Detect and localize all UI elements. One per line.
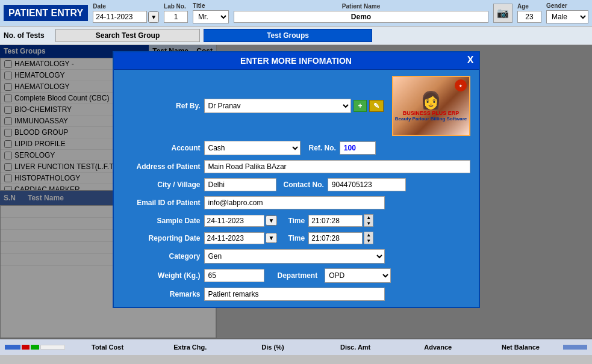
- disc-amt-label: Disc. Amt: [316, 344, 396, 351]
- app-title: PATIENT ENTRY: [4, 5, 88, 21]
- patient-name-field: Patient Name: [234, 3, 488, 23]
- account-label: Account: [122, 144, 201, 152]
- remarks-row: Remarks: [122, 288, 470, 301]
- date-dropdown-btn[interactable]: ▼: [148, 11, 159, 23]
- red-bar: [22, 345, 30, 350]
- ref-by-add-btn[interactable]: +: [354, 100, 366, 112]
- sample-date-row: Sample Date ▼ Time ▲ ▼: [122, 214, 470, 227]
- ref-by-select[interactable]: Dr Pranav: [204, 99, 352, 113]
- camera-btn[interactable]: 📷: [493, 4, 513, 23]
- blue-bar: [5, 345, 20, 350]
- email-row: Email ID of Patient: [122, 196, 470, 209]
- department-label: Department: [278, 271, 318, 280]
- reporting-time-field: ▲ ▼: [308, 232, 373, 244]
- refno-input[interactable]: [340, 141, 376, 155]
- bottom-bar: Total Cost Extra Chg. Dis (%) Disc. Amt …: [0, 338, 592, 355]
- address-row: Address of Patient: [122, 160, 470, 173]
- title-select[interactable]: Mr.Mrs.Ms.Dr.: [193, 10, 229, 23]
- modal-overlay: ENTER MORE INFOMATION X Ref By. Dr Prana…: [0, 45, 592, 338]
- sample-time-up-btn[interactable]: ▲: [364, 215, 373, 221]
- sample-time-spinner: ▲ ▼: [364, 214, 373, 227]
- sample-date-dropdown-btn[interactable]: ▼: [266, 215, 278, 226]
- category-row: Category GenOPDIPD: [122, 249, 470, 264]
- remarks-label: Remarks: [122, 290, 201, 298]
- modal-dialog: ENTER MORE INFOMATION X Ref By. Dr Prana…: [113, 51, 480, 308]
- category-label: Category: [122, 252, 201, 261]
- modal-close-btn[interactable]: X: [467, 55, 474, 66]
- weight-label: Weight (Kg.): [122, 271, 201, 280]
- reporting-time-spinner: ▲ ▼: [364, 232, 373, 244]
- age-label: Age: [517, 3, 541, 10]
- reporting-time-down-btn[interactable]: ▼: [364, 238, 373, 244]
- modal-body: Ref By. Dr Pranav + ✎ ★ 👩 BUSINESS PLUS …: [114, 70, 479, 307]
- ad-subtitle: Beauty Parlour Billing Software: [395, 116, 467, 122]
- age-input[interactable]: [517, 11, 541, 23]
- department-select[interactable]: OPDIPD: [325, 268, 391, 283]
- green-bar: [31, 345, 39, 350]
- white-bar: [40, 345, 65, 350]
- labno-field: Lab No.: [164, 3, 188, 23]
- color-bars: [5, 345, 65, 350]
- contact-input[interactable]: [328, 178, 406, 191]
- search-test-group-btn[interactable]: Search Test Group: [55, 29, 200, 42]
- sample-time-down-btn[interactable]: ▼: [364, 221, 373, 227]
- reporting-time-up-btn[interactable]: ▲: [364, 232, 373, 238]
- remarks-input[interactable]: [204, 288, 385, 301]
- tests-label: No. of Tests: [4, 31, 52, 40]
- reporting-date-input[interactable]: [204, 232, 264, 244]
- ref-by-label: Ref By.: [122, 102, 201, 110]
- account-select[interactable]: CashCredit: [204, 141, 301, 155]
- ref-by-field: Dr Pranav + ✎: [204, 99, 384, 113]
- labno-input[interactable]: [164, 11, 188, 23]
- ref-by-edit-btn[interactable]: ✎: [369, 100, 384, 112]
- main-area: Test Groups Test Name Cost HAEMATOLOGY -…: [0, 45, 592, 338]
- date-field: Date ▼: [93, 3, 159, 23]
- account-row: Account CashCredit Ref. No.: [122, 141, 470, 155]
- reporting-date-dropdown-btn[interactable]: ▼: [266, 233, 278, 243]
- test-groups-btn[interactable]: Test Groups: [204, 29, 372, 42]
- city-label: City / Village: [122, 180, 201, 189]
- dis-pct-label: Dis (%): [232, 344, 313, 351]
- city-input[interactable]: [204, 178, 276, 191]
- end-bar: [563, 345, 587, 350]
- patient-name-input[interactable]: [234, 11, 488, 23]
- ad-title: BUSINESS PLUS ERP: [403, 110, 460, 116]
- sample-date-field: ▼: [204, 215, 278, 227]
- sample-date-label: Sample Date: [122, 217, 201, 225]
- sample-time-field: ▲ ▼: [308, 214, 373, 227]
- city-row: City / Village Contact No.: [122, 178, 470, 191]
- contact-label: Contact No.: [284, 180, 324, 189]
- ref-by-row: Ref By. Dr Pranav + ✎ ★ 👩 BUSINESS PLUS …: [122, 76, 470, 136]
- email-input[interactable]: [204, 196, 385, 209]
- refno-label: Ref. No.: [309, 144, 336, 152]
- reporting-date-row: Reporting Date ▼ Time ▲ ▼: [122, 232, 470, 244]
- header-bar: PATIENT ENTRY Date ▼ Lab No. Title Mr.Mr…: [0, 0, 592, 26]
- date-label: Date: [93, 3, 159, 10]
- email-label: Email ID of Patient: [122, 199, 201, 207]
- reporting-time-input[interactable]: [308, 232, 363, 244]
- modal-title: ENTER MORE INFOMATION: [114, 52, 479, 70]
- reporting-time-label: Time: [288, 234, 305, 242]
- weight-input[interactable]: [204, 269, 264, 282]
- extra-chg-label: Extra Chg.: [150, 344, 230, 351]
- labno-label: Lab No.: [164, 3, 188, 10]
- gender-field: Gender MaleFemaleOther: [546, 2, 588, 23]
- title-field: Title Mr.Mrs.Ms.Dr.: [193, 2, 229, 23]
- net-balance-label: Net Balance: [481, 344, 561, 351]
- gender-label: Gender: [546, 2, 588, 9]
- sample-time-input[interactable]: [308, 215, 363, 227]
- ad-logo: ★: [455, 79, 467, 91]
- address-input[interactable]: [204, 160, 470, 173]
- patient-name-label: Patient Name: [234, 3, 488, 10]
- reporting-date-field: ▼: [204, 232, 278, 244]
- tests-row: No. of Tests Search Test Group Test Grou…: [0, 26, 592, 45]
- gender-select[interactable]: MaleFemaleOther: [546, 10, 588, 23]
- category-select[interactable]: GenOPDIPD: [204, 249, 385, 264]
- sample-date-input[interactable]: [204, 215, 264, 227]
- woman-silhouette: 👩: [420, 90, 441, 110]
- advance-label: Advance: [398, 344, 478, 351]
- ad-banner: ★ 👩 BUSINESS PLUS ERP Beauty Parlour Bil…: [392, 76, 470, 136]
- sample-time-label: Time: [288, 217, 305, 225]
- date-input[interactable]: [93, 11, 147, 23]
- title-label: Title: [193, 2, 229, 9]
